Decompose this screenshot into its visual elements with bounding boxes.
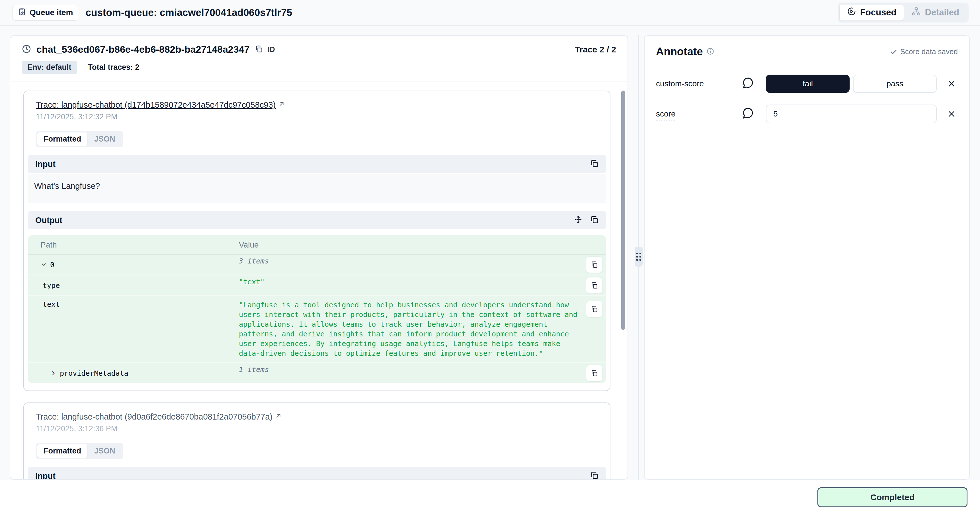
trace-card: Trace: langfuse-chatbot (9d0a6f2e6de8670… [23,403,611,479]
chevron-right-icon[interactable] [50,370,57,377]
detailed-label: Detailed [925,7,959,18]
id-label: ID [268,45,275,54]
completed-button[interactable]: Completed [818,487,967,507]
annotate-title: Annotate [656,46,703,58]
input-section-header: Input [28,467,606,479]
row-path: type [43,282,60,290]
annotate-panel: Annotate Score data saved custom-score f… [644,35,970,480]
queue-item-badge: Queue item [13,5,78,20]
value-column-header: Value [239,240,606,250]
output-json-table: Path Value 0 3 items [28,235,606,383]
copy-icon[interactable] [590,471,598,479]
row-value: 1 items [239,365,269,374]
copy-row-button[interactable] [586,301,603,317]
score-option-fail[interactable]: fail [766,75,850,93]
external-link-icon [278,100,285,110]
copy-icon[interactable] [590,159,598,169]
comment-icon[interactable] [741,77,766,91]
input-content: What's Langfuse? [28,174,606,204]
copy-id-icon[interactable] [255,45,263,54]
focused-view-button[interactable]: Focused [840,5,904,21]
row-path: providerMetadata [60,369,129,377]
external-link-icon [275,412,282,422]
input-label: Input [35,471,56,479]
trace-list: Trace: langfuse-chatbot (d174b1589072e43… [10,82,627,479]
table-row: type "text" [28,275,606,296]
score-row-custom-score: custom-score fail pass [656,74,958,93]
tab-formatted[interactable]: Formatted [37,132,88,146]
score-row-score: score [656,105,958,123]
input-label: Input [35,159,56,169]
score-label: score [656,109,741,118]
queue-item-panel: chat_536ed067-b86e-4eb6-882b-ba27148a234… [10,35,628,480]
copy-row-button[interactable] [586,277,603,294]
clipboard-pen-icon [18,7,26,18]
top-bar: Queue item custom-queue: cmiacwel70041ad… [0,0,980,25]
trace-timestamp: 11/12/2025, 3:12:36 PM [36,424,598,433]
close-icon [947,80,956,88]
remove-score-button[interactable] [945,78,958,90]
close-icon [947,110,956,118]
output-section-header: Output [28,211,606,229]
focus-icon [847,7,856,18]
vertical-scrollbar[interactable] [621,91,625,330]
tab-formatted[interactable]: Formatted [37,444,88,458]
item-header: chat_536ed067-b86e-4eb6-882b-ba27148a234… [10,36,627,81]
trace-timestamp: 11/12/2025, 3:12:32 PM [36,113,598,121]
format-tabs: Formatted JSON [36,131,123,147]
score-label: custom-score [656,79,741,88]
table-row: providerMetadata 1 items [28,363,606,383]
row-value: 3 items [239,256,269,266]
output-label: Output [35,216,62,225]
path-column-header: Path [28,240,239,250]
tab-json[interactable]: JSON [88,444,122,458]
item-title: chat_536ed067-b86e-4eb6-882b-ba27148a234… [37,44,250,55]
save-status-label: Score data saved [900,47,958,56]
trace-card: Trace: langfuse-chatbot (d174b1589072e43… [23,91,611,391]
queue-badge-label: Queue item [30,8,73,17]
divider-drag-handle[interactable] [635,247,643,267]
focused-label: Focused [860,7,896,18]
info-icon[interactable] [703,47,714,56]
score-option-pass[interactable]: pass [853,75,937,93]
remove-score-button[interactable] [945,108,958,120]
detailed-view-button[interactable]: Detailed [904,5,967,21]
env-badge: Env: default [22,60,77,74]
copy-icon[interactable] [590,215,598,225]
trace-link[interactable]: Trace: langfuse-chatbot (9d0a6f2e6de8670… [36,412,272,422]
trace-counter: Trace 2 / 2 [575,45,616,54]
table-row: text "Langfuse is a tool designed to hel… [28,296,606,363]
copy-row-button[interactable] [586,365,603,381]
tree-icon [912,7,921,18]
total-traces: Total traces: 2 [88,63,140,72]
tab-json[interactable]: JSON [88,132,122,146]
grip-dots-icon [636,253,641,261]
clock-icon [22,44,31,55]
page-title: custom-queue: cmiacwel70041ad060s7tlr75 [86,7,292,18]
save-status: Score data saved [890,47,958,56]
view-toggle: Focused Detailed [838,3,969,22]
expand-icon[interactable] [574,215,582,225]
row-path: 0 [50,261,54,269]
input-section-header: Input [28,155,606,173]
row-value: "text" [239,277,264,287]
copy-row-button[interactable] [586,256,603,273]
table-row: 0 3 items [28,255,606,275]
check-icon [890,48,897,56]
trace-link[interactable]: Trace: langfuse-chatbot (d174b1589072e43… [36,100,275,110]
score-value-input[interactable] [766,105,937,123]
format-tabs: Formatted JSON [36,443,123,459]
comment-icon[interactable] [741,107,766,121]
chevron-down-icon[interactable] [40,261,47,268]
row-path: text [43,300,60,309]
row-value: "Langfuse is a tool designed to help bus… [239,300,586,358]
